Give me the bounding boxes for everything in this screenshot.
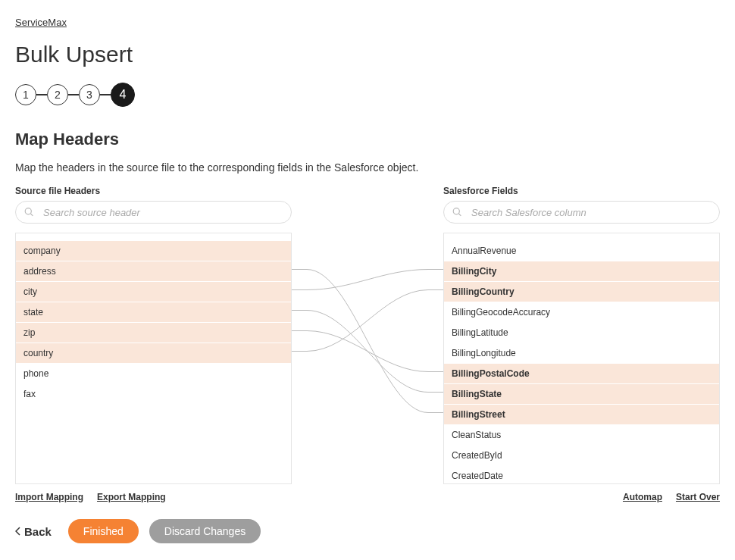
list-item[interactable]: phone (16, 364, 291, 384)
search-icon (24, 208, 34, 217)
list-item[interactable]: BillingStreet (444, 405, 719, 425)
stepper: 1 2 3 4 (15, 83, 720, 107)
step-2[interactable]: 2 (47, 84, 68, 105)
list-item[interactable]: BillingLatitude (444, 323, 719, 343)
list-item[interactable]: country (16, 343, 291, 364)
mapping-connectors (292, 231, 443, 483)
list-item[interactable]: BillingPostalCode (444, 364, 719, 384)
step-connector (68, 94, 79, 95)
section-description: Map the headers in the source file to th… (15, 161, 720, 174)
list-item[interactable]: BillingState (444, 384, 719, 405)
list-item[interactable]: address (16, 261, 291, 282)
list-item[interactable]: BillingCity (444, 261, 719, 282)
list-item[interactable]: city (16, 282, 291, 302)
svg-point-2 (453, 208, 459, 214)
startover-link[interactable]: Start Over (676, 492, 720, 502)
step-1[interactable]: 1 (15, 84, 36, 105)
list-item[interactable]: fax (16, 384, 291, 405)
back-button[interactable]: Back (15, 525, 52, 538)
target-search-input[interactable] (443, 201, 720, 224)
section-title: Map Headers (15, 130, 720, 149)
automap-link[interactable]: Automap (623, 492, 662, 502)
source-column: Source file Headers companyaddresscityst… (15, 186, 292, 502)
list-item[interactable]: BillingGeocodeAccuracy (444, 302, 719, 323)
list-item[interactable]: zip (16, 323, 291, 343)
target-list: AnnualRevenueBillingCityBillingCountryBi… (443, 233, 720, 484)
target-column: Salesforce Fields AnnualRevenueBillingCi… (443, 186, 720, 502)
chevron-left-icon (15, 527, 21, 536)
step-4[interactable]: 4 (111, 83, 135, 107)
list-item[interactable]: BillingLongitude (444, 343, 719, 364)
footer-actions: Back Finished Discard Changes (15, 519, 720, 543)
list-item[interactable]: state (16, 302, 291, 323)
source-label: Source file Headers (15, 186, 292, 196)
svg-line-3 (459, 214, 461, 216)
list-item[interactable]: CreatedDate (444, 466, 719, 484)
list-item[interactable]: BillingCountry (444, 282, 719, 302)
list-item[interactable]: CleanStatus (444, 425, 719, 446)
target-label: Salesforce Fields (443, 186, 720, 196)
breadcrumb[interactable]: ServiceMax (15, 17, 67, 28)
back-label: Back (24, 525, 52, 538)
page-title: Bulk Upsert (15, 42, 720, 67)
search-icon (452, 208, 462, 217)
svg-line-1 (31, 214, 33, 216)
list-item[interactable]: AnnualRevenue (444, 241, 719, 261)
finished-button[interactable]: Finished (68, 519, 139, 543)
list-item[interactable]: CreatedById (444, 446, 719, 466)
source-list: companyaddresscitystatezipcountryphonefa… (15, 233, 292, 484)
step-connector (36, 94, 47, 95)
step-connector (100, 94, 111, 95)
step-3[interactable]: 3 (79, 84, 100, 105)
svg-point-0 (25, 208, 31, 214)
import-mapping-link[interactable]: Import Mapping (15, 492, 83, 502)
source-search-input[interactable] (15, 201, 292, 224)
list-item[interactable]: company (16, 241, 291, 261)
export-mapping-link[interactable]: Export Mapping (97, 492, 166, 502)
discard-button[interactable]: Discard Changes (149, 519, 261, 543)
